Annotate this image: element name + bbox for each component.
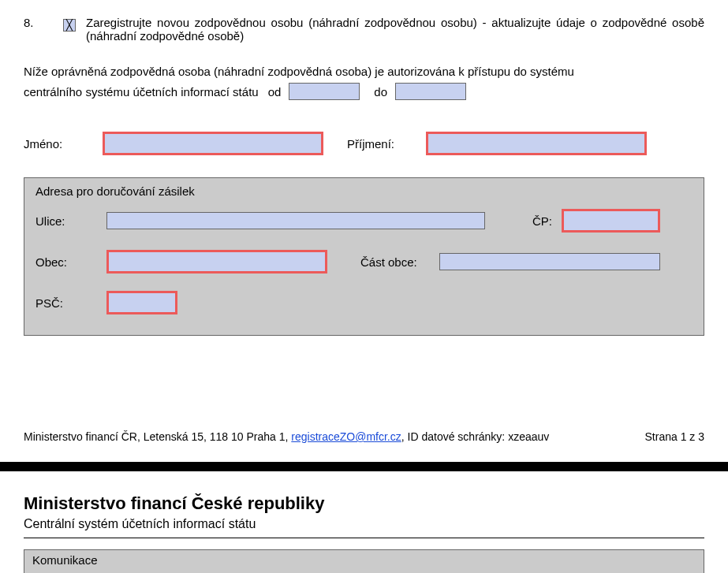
page2-title: Ministerstvo financí České republiky bbox=[24, 493, 704, 514]
cp-label: ČP: bbox=[509, 214, 562, 228]
last-name-input[interactable] bbox=[426, 132, 647, 155]
psc-input[interactable] bbox=[106, 291, 177, 314]
obec-label: Obec: bbox=[35, 255, 106, 269]
footer-suffix: , ID datové schránky: xzeaauv bbox=[401, 430, 550, 443]
authorization-line1: Níže oprávněná zodpovědná osoba (náhradn… bbox=[24, 65, 704, 78]
ulice-input[interactable] bbox=[106, 212, 485, 229]
page-divider bbox=[0, 462, 728, 471]
do-input[interactable] bbox=[395, 83, 466, 100]
last-name-label: Příjmení: bbox=[347, 137, 426, 151]
item-8-text: Zaregistrujte novou zodpovědnou osobu (n… bbox=[86, 16, 704, 43]
page2-hr bbox=[24, 538, 704, 538]
authorization-line2-prefix: centrálního systému účetních informací s… bbox=[24, 85, 259, 99]
psc-label: PSČ: bbox=[35, 296, 106, 310]
address-box: Adresa pro doručování zásilek Ulice: ČP:… bbox=[24, 177, 704, 336]
ulice-label: Ulice: bbox=[35, 214, 106, 228]
page2-subtitle: Centrální systém účetních informací stát… bbox=[24, 517, 704, 531]
first-name-input[interactable] bbox=[103, 132, 323, 155]
item-8-number: 8. bbox=[24, 16, 63, 29]
communications-legend: Komunikace bbox=[32, 553, 696, 567]
address-legend: Adresa pro doručování zásilek bbox=[35, 184, 693, 198]
od-label: od bbox=[268, 85, 282, 99]
communications-box: Komunikace Telefon Mobil Fax Email bbox=[24, 549, 704, 573]
cp-input[interactable] bbox=[562, 209, 660, 233]
cast-obce-label: Část obce: bbox=[360, 255, 439, 269]
footer-email-link[interactable]: registraceZO@mfcr.cz bbox=[291, 430, 401, 443]
obec-input[interactable] bbox=[106, 250, 327, 273]
authorization-text: Níže oprávněná zodpovědná osoba (náhradn… bbox=[24, 65, 704, 100]
od-input[interactable] bbox=[289, 83, 360, 100]
item-8: 8. ╳ Zaregistrujte novou zodpovědnou oso… bbox=[24, 16, 704, 43]
cast-obce-input[interactable] bbox=[439, 253, 660, 270]
do-label: do bbox=[374, 85, 387, 99]
first-name-label: Jméno: bbox=[24, 137, 103, 151]
item-8-checkbox[interactable]: ╳ bbox=[63, 19, 76, 32]
page-number: Strana 1 z 3 bbox=[645, 430, 705, 443]
page-footer: Ministerstvo financí ČR, Letenská 15, 11… bbox=[24, 430, 704, 443]
footer-prefix: Ministerstvo financí ČR, Letenská 15, 11… bbox=[24, 430, 291, 443]
